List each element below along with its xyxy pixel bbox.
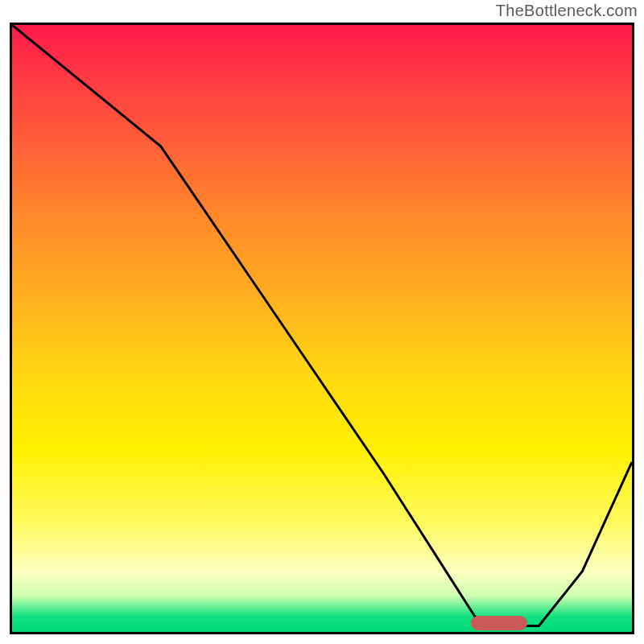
- chart-plot-area: [10, 23, 634, 634]
- bottleneck-curve: [12, 25, 632, 632]
- watermark-text: TheBottleneck.com: [496, 2, 638, 20]
- optimal-range-marker: [471, 616, 527, 630]
